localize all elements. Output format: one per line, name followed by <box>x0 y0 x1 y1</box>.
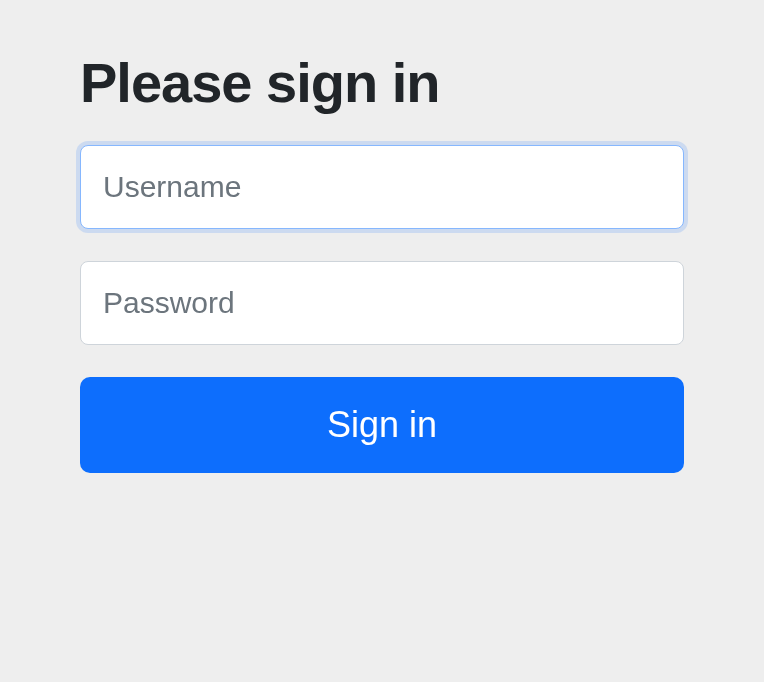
page-title: Please sign in <box>80 50 684 115</box>
username-input[interactable] <box>80 145 684 229</box>
password-input[interactable] <box>80 261 684 345</box>
signin-button[interactable]: Sign in <box>80 377 684 473</box>
